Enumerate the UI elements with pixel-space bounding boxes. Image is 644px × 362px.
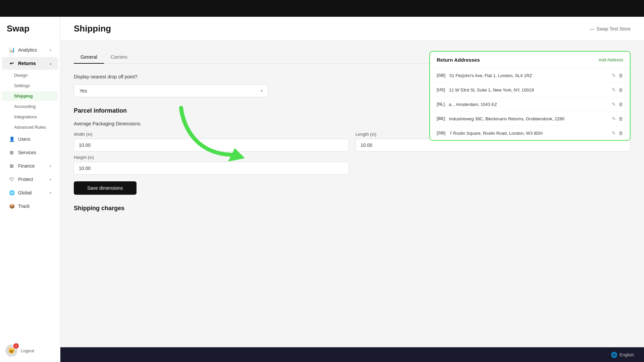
- address-actions: ✎ 🗑: [612, 73, 623, 78]
- height-field: Height (in): [74, 155, 631, 175]
- address-row: [GB] 51 Fitzjohn's Ave, Flat 1, London, …: [430, 68, 630, 83]
- finance-icon: ⊞: [9, 163, 15, 169]
- chevron-down-icon: ▾: [50, 164, 51, 168]
- language-label: English: [620, 352, 634, 357]
- address-country: [BE]: [437, 116, 445, 121]
- delete-icon[interactable]: 🗑: [619, 102, 623, 107]
- track-icon: 📦: [9, 203, 15, 209]
- sidebar-item-users[interactable]: 👤 Users: [2, 133, 58, 145]
- main-area: Shipping Swap Test Store General Carrier…: [60, 17, 644, 362]
- sidebar-sub-integrations[interactable]: Integrations: [2, 112, 58, 122]
- save-dimensions-button[interactable]: Save dimensions: [74, 181, 137, 195]
- page-title: Shipping: [74, 23, 111, 34]
- sidebar-item-label: Finance: [18, 163, 35, 169]
- sidebar-sub-settings[interactable]: Settings: [2, 81, 58, 90]
- logout-label[interactable]: Logout: [21, 348, 34, 353]
- address-row: [US] 11 W 53rd St, Suite 1, New York, NY…: [430, 83, 630, 97]
- language-selector[interactable]: 🌐 English: [611, 352, 634, 358]
- services-icon: ⊞: [9, 149, 15, 156]
- bottom-bar: 🌐 English: [60, 347, 644, 362]
- address-country: [GB]: [437, 73, 445, 78]
- address-row: [GB] 7 Roslin Square, Roslin Road, Londo…: [430, 126, 630, 140]
- global-icon: 🌐: [9, 190, 15, 196]
- address-row: [BE] Industrieweg 38C, Bleckmann Returns…: [430, 112, 630, 126]
- notification-badge: 2: [13, 343, 19, 349]
- return-addresses-panel: Return Addresses Add Address [GB] 51 Fit…: [429, 51, 631, 141]
- address-text: a, , Amsterdam, 1043 EZ: [449, 102, 612, 107]
- store-name: Swap Test Store: [590, 26, 631, 32]
- height-label: Height (in): [74, 155, 631, 160]
- address-actions: ✎ 🗑: [612, 87, 623, 93]
- tab-general[interactable]: General: [74, 51, 104, 64]
- chevron-down-icon: ▾: [50, 178, 51, 181]
- shipping-charges-title: Shipping charges: [74, 205, 631, 212]
- chevron-down-icon: ▾: [50, 48, 51, 52]
- address-country: [US]: [437, 87, 445, 92]
- height-input-wrap: [74, 162, 349, 175]
- edit-icon[interactable]: ✎: [612, 73, 616, 78]
- sidebar-item-protect[interactable]: 🛡 Protect ▾: [2, 173, 58, 186]
- sidebar-sub-advanced-rules[interactable]: Advanced Rules: [2, 122, 58, 132]
- address-text: Industrieweg 38C, Bleckmann Returns, Gro…: [449, 116, 612, 121]
- chevron-up-icon: ▴: [50, 62, 51, 65]
- width-label: Width (in): [74, 132, 349, 137]
- panel-title: Return Addresses: [437, 57, 480, 63]
- top-bar: [0, 0, 644, 17]
- address-actions: ✎ 🗑: [612, 116, 623, 121]
- sidebar-item-finance[interactable]: ⊞ Finance ▾: [2, 160, 58, 172]
- avatar-wrapper: 😺 2: [5, 345, 17, 357]
- chevron-down-icon: ▾: [50, 191, 51, 195]
- address-country: [GB]: [437, 131, 445, 135]
- sidebar-sub-design[interactable]: Design: [2, 70, 58, 80]
- sidebar-item-track[interactable]: 📦 Track: [2, 200, 58, 213]
- width-input[interactable]: [74, 139, 349, 152]
- delete-icon[interactable]: 🗑: [619, 73, 623, 78]
- returns-icon: ↩: [9, 60, 15, 66]
- address-text: 7 Roslin Square, Roslin Road, London, W3…: [449, 131, 612, 136]
- address-actions: ✎ 🗑: [612, 102, 623, 107]
- users-icon: 👤: [9, 136, 15, 142]
- drop-off-select[interactable]: Yes ▾: [74, 84, 268, 97]
- delete-icon[interactable]: 🗑: [619, 130, 623, 136]
- edit-icon[interactable]: ✎: [612, 130, 616, 136]
- address-actions: ✎ 🗑: [612, 130, 623, 136]
- select-chevron-icon: ▾: [261, 88, 263, 93]
- sidebar-item-label: Protect: [18, 177, 33, 182]
- width-field: Width (in): [74, 132, 349, 152]
- sidebar-item-label: Users: [18, 136, 31, 142]
- delete-icon[interactable]: 🗑: [619, 87, 623, 93]
- sidebar-sub-accounting[interactable]: Accounting: [2, 102, 58, 111]
- protect-icon: 🛡: [9, 176, 15, 182]
- edit-icon[interactable]: ✎: [612, 102, 616, 107]
- sidebar-item-label: Track: [18, 203, 30, 209]
- main-content: General Carriers Display nearest drop of…: [60, 41, 644, 347]
- sidebar-item-label: Services: [18, 150, 36, 155]
- app-logo: Swap: [0, 23, 60, 43]
- sidebar-item-services[interactable]: ⊞ Services: [2, 146, 58, 159]
- sidebar-item-label: Global: [18, 190, 32, 195]
- main-header: Shipping Swap Test Store: [60, 17, 644, 41]
- address-text: 11 W 53rd St, Suite 1, New York, NY, 100…: [449, 87, 612, 93]
- drop-off-value: Yes: [79, 88, 87, 94]
- address-text: 51 Fitzjohn's Ave, Flat 1, London, SL4 1…: [449, 73, 612, 78]
- panel-header: Return Addresses Add Address: [430, 52, 630, 68]
- edit-icon[interactable]: ✎: [612, 87, 616, 93]
- address-row: [NL] a, , Amsterdam, 1043 EZ ✎ 🗑: [430, 97, 630, 112]
- sidebar-item-analytics[interactable]: 📊 Analytics ▾: [2, 44, 58, 56]
- sidebar-sub-shipping[interactable]: Shipping: [2, 91, 58, 101]
- logout-section[interactable]: 😺 2 Logout: [0, 339, 60, 362]
- delete-icon[interactable]: 🗑: [619, 116, 623, 121]
- sidebar: Swap 📊 Analytics ▾ ↩ Returns ▴ Design Se…: [0, 17, 60, 362]
- tab-carriers[interactable]: Carriers: [104, 51, 134, 64]
- sidebar-item-returns[interactable]: ↩ Returns ▴: [2, 57, 58, 70]
- edit-icon[interactable]: ✎: [612, 116, 616, 121]
- height-input[interactable]: [74, 162, 349, 175]
- analytics-icon: 📊: [9, 47, 15, 53]
- sidebar-item-global[interactable]: 🌐 Global ▾: [2, 186, 58, 199]
- sidebar-item-label: Returns: [18, 61, 36, 66]
- address-country: [NL]: [437, 102, 445, 107]
- sidebar-item-label: Analytics: [18, 47, 37, 53]
- globe-icon: 🌐: [611, 352, 618, 358]
- add-address-button[interactable]: Add Address: [598, 57, 623, 62]
